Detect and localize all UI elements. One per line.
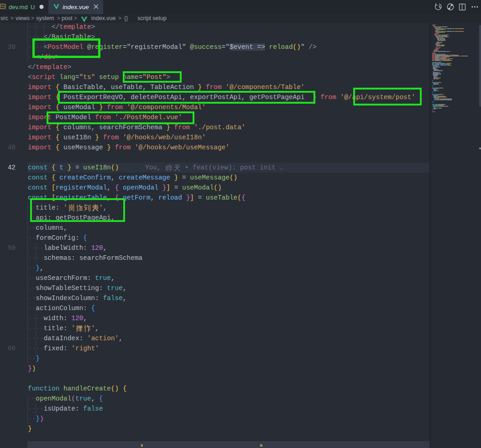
svg-text:dev.md: dev.md bbox=[9, 4, 28, 11]
svg-text:U: U bbox=[31, 4, 35, 11]
svg-text:index.vue: index.vue bbox=[63, 4, 89, 11]
